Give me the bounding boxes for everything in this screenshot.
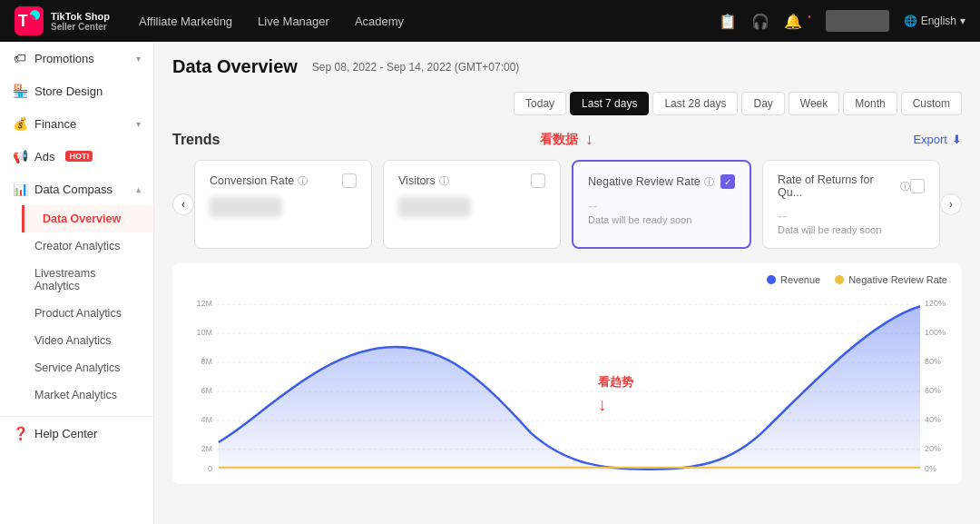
- nav-academy[interactable]: Academy: [355, 15, 404, 28]
- export-button[interactable]: Export ⬇: [913, 133, 962, 146]
- visitors-blur: [398, 197, 471, 217]
- negative-review-ready: Data will be ready soon: [588, 214, 735, 225]
- sidebar-label-help-center: Help Center: [34, 427, 97, 440]
- svg-point-3: [25, 15, 35, 25]
- sidebar-sub-market-analytics[interactable]: Market Analytics: [34, 381, 153, 409]
- conversion-rate-label: Conversion Rate: [210, 174, 294, 187]
- sidebar-sub-service-analytics[interactable]: Service Analytics: [34, 354, 153, 381]
- svg-text:120%: 120%: [925, 299, 946, 308]
- nav-live-manager[interactable]: Live Manager: [258, 15, 329, 28]
- promotions-icon: 🏷: [13, 51, 27, 65]
- metric-card-conversion-rate[interactable]: Conversion Rate ⓘ: [194, 160, 372, 249]
- tab-last-7-days[interactable]: Last 7 days: [570, 92, 649, 115]
- sidebar-sub-creator-analytics[interactable]: Creator Analytics: [34, 232, 153, 260]
- sidebar-item-data-compass[interactable]: 📊 Data Compass ▴: [0, 173, 153, 205]
- tab-month[interactable]: Month: [843, 92, 897, 115]
- tab-custom[interactable]: Custom: [901, 92, 962, 115]
- nav-affiliate-marketing[interactable]: Affiliate Marketing: [139, 15, 232, 28]
- trend-chart: 12M 10M 8M 6M 4M 2M 0 120% 100% 80% 60% …: [187, 292, 947, 474]
- finance-icon: 💰: [13, 116, 27, 131]
- svg-text:20%: 20%: [925, 444, 941, 453]
- data-compass-icon: 📊: [13, 182, 27, 196]
- svg-text:2M: 2M: [201, 444, 211, 453]
- globe-icon: 🌐: [904, 15, 917, 27]
- chart-area: Revenue Negative Review Rate 12M 10M 8M …: [172, 263, 962, 484]
- legend-revenue-label: Revenue: [780, 274, 820, 285]
- conversion-rate-checkbox[interactable]: [342, 173, 357, 188]
- top-navigation: T TikTok Shop Seller Center Affiliate Ma…: [0, 0, 980, 42]
- visitors-checkbox[interactable]: [531, 173, 545, 188]
- trends-section: Trends 看数据 ↓ Export ⬇ ‹: [172, 130, 962, 484]
- visitors-label: Visitors: [398, 174, 436, 187]
- tab-week[interactable]: Week: [789, 92, 839, 115]
- svg-text:60%: 60%: [925, 386, 941, 395]
- metric-card-rate-of-returns[interactable]: Rate of Returns for Qu... ⓘ -- Data will…: [762, 160, 940, 249]
- negative-review-info-icon: ⓘ: [704, 175, 714, 189]
- export-icon: ⬇: [952, 133, 962, 146]
- sidebar-item-ads[interactable]: 📢 Ads HOT!: [0, 140, 153, 173]
- tab-last-28-days[interactable]: Last 28 days: [652, 92, 738, 115]
- svg-text:8M: 8M: [201, 357, 211, 366]
- sidebar-sub-product-analytics[interactable]: Product Analytics: [34, 300, 153, 327]
- conversion-rate-blur: [210, 197, 282, 217]
- legend-negative-review-rate: Negative Review Rate: [835, 274, 947, 285]
- headset-icon[interactable]: 🎧: [751, 13, 769, 30]
- bell-icon[interactable]: 🔔: [784, 13, 802, 30]
- user-avatar[interactable]: [826, 10, 889, 32]
- svg-text:6M: 6M: [201, 386, 211, 395]
- revenue-dot: [767, 275, 776, 284]
- sidebar: 🏷 Promotions ▾ 🏪 Store Design 💰 Finance …: [0, 42, 154, 524]
- data-compass-submenu: Data Overview Creator Analytics Livestre…: [0, 205, 153, 409]
- promotions-chevron-icon: ▾: [136, 54, 141, 64]
- annotation-area: 看数据 ↓: [540, 130, 593, 149]
- rate-of-returns-label: Rate of Returns for Qu...: [778, 173, 897, 199]
- sidebar-label-store-design: Store Design: [34, 84, 103, 98]
- metric-card-visitors[interactable]: Visitors ⓘ: [383, 160, 561, 249]
- sidebar-item-help-center[interactable]: ❓ Help Center: [0, 416, 153, 450]
- notification-badge: •: [808, 12, 811, 22]
- sidebar-label-finance: Finance: [34, 117, 76, 131]
- chart-container: 12M 10M 8M 6M 4M 2M 0 120% 100% 80% 60% …: [187, 292, 947, 477]
- logo[interactable]: T TikTok Shop Seller Center: [15, 6, 110, 35]
- sidebar-item-finance[interactable]: 💰 Finance ▾: [0, 107, 153, 140]
- legend-revenue: Revenue: [767, 274, 820, 285]
- sidebar-item-store-design[interactable]: 🏪 Store Design: [0, 74, 153, 107]
- svg-text:10M: 10M: [196, 328, 211, 337]
- rate-of-returns-value: --: [778, 208, 925, 224]
- svg-text:40%: 40%: [925, 415, 941, 424]
- tab-today[interactable]: Today: [514, 92, 566, 115]
- store-design-icon: 🏪: [13, 84, 27, 98]
- negative-review-dot: [835, 275, 844, 284]
- date-range: Sep 08, 2022 - Sep 14, 2022 (GMT+07:00): [312, 61, 519, 74]
- lang-chevron-icon: ▾: [960, 15, 965, 27]
- visitors-info-icon: ⓘ: [439, 174, 449, 188]
- language-selector[interactable]: 🌐 English ▾: [904, 15, 965, 27]
- date-tabs: Today Last 7 days Last 28 days Day Week …: [514, 92, 962, 115]
- metrics-row: ‹ Conversion Rate ⓘ: [172, 160, 962, 249]
- scroll-left-button[interactable]: ‹: [172, 193, 194, 215]
- svg-text:0%: 0%: [925, 464, 936, 473]
- svg-text:100%: 100%: [925, 328, 946, 337]
- scroll-right-button[interactable]: ›: [940, 193, 962, 215]
- negative-review-value: --: [588, 198, 735, 214]
- tab-day[interactable]: Day: [741, 92, 784, 115]
- metric-card-negative-review-rate[interactable]: Negative Review Rate ⓘ ✓ -- Data will be…: [572, 160, 751, 249]
- negative-review-checkbox[interactable]: ✓: [720, 174, 735, 189]
- rate-of-returns-checkbox[interactable]: [910, 179, 925, 193]
- svg-text:0: 0: [208, 464, 212, 473]
- sidebar-item-promotions[interactable]: 🏷 Promotions ▾: [0, 42, 153, 74]
- language-label: English: [921, 15, 956, 27]
- svg-text:4M: 4M: [201, 415, 211, 424]
- nav-right: 📋 🎧 🔔 • 🌐 English ▾: [719, 10, 965, 32]
- sidebar-sub-video-analytics[interactable]: Video Analytics: [34, 327, 153, 354]
- sidebar-label-data-compass: Data Compass: [34, 183, 113, 196]
- rate-of-returns-info-icon: ⓘ: [900, 180, 910, 193]
- sidebar-sub-data-overview[interactable]: Data Overview: [22, 205, 153, 232]
- sidebar-label-promotions: Promotions: [34, 52, 94, 65]
- trends-header: Trends 看数据 ↓ Export ⬇: [172, 130, 962, 149]
- clipboard-icon[interactable]: 📋: [719, 13, 737, 30]
- conversion-rate-info-icon: ⓘ: [298, 174, 308, 188]
- rate-of-returns-ready: Data will be ready soon: [778, 224, 925, 235]
- logo-line1: TikTok Shop: [51, 11, 110, 22]
- sidebar-sub-livestreams-analytics[interactable]: Livestreams Analytics: [34, 260, 153, 300]
